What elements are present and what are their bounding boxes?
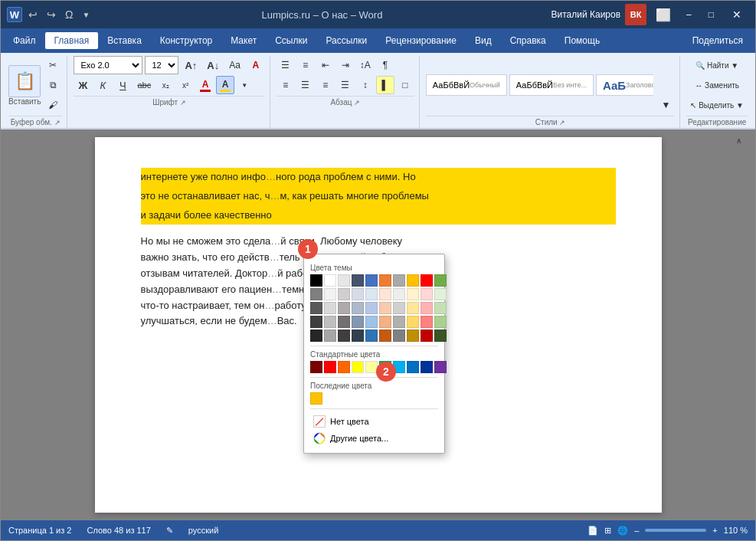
view-layout-icon[interactable]: ⊞	[604, 526, 611, 536]
swatch-white[interactable]	[324, 274, 336, 287]
shade-1-4[interactable]	[352, 288, 364, 300]
menu-layout[interactable]: Макет	[221, 32, 266, 49]
shade-2-8[interactable]	[407, 302, 419, 314]
shade-1-8[interactable]	[407, 288, 419, 300]
decrease-font-button[interactable]: A↓	[203, 56, 223, 74]
more-button[interactable]: ▼	[79, 9, 93, 21]
align-center-button[interactable]: ☰	[296, 76, 315, 94]
std-yellow[interactable]	[352, 361, 364, 373]
shade-2-2[interactable]	[324, 302, 336, 314]
zoom-level[interactable]: 110 %	[724, 526, 748, 535]
swatch-green[interactable]	[434, 274, 447, 287]
style-no-spacing[interactable]: АаБбВвЙБез инте...	[509, 74, 594, 96]
shade-4-5[interactable]	[365, 330, 378, 342]
change-case-button[interactable]: Aa	[225, 56, 244, 74]
shade-2-7[interactable]	[393, 302, 405, 314]
menu-design[interactable]: Конструктор	[151, 32, 221, 49]
shade-3-10[interactable]	[434, 316, 447, 328]
italic-button[interactable]: К	[93, 76, 112, 94]
std-darkred[interactable]	[310, 361, 322, 373]
menu-file[interactable]: Файл	[4, 32, 45, 49]
shade-3-6[interactable]	[379, 316, 391, 328]
underline-button[interactable]: Ч	[113, 76, 132, 94]
shade-1-2[interactable]	[324, 288, 336, 300]
shade-4-2[interactable]	[324, 330, 336, 342]
shade-3-4[interactable]	[352, 316, 364, 328]
indent-decrease-button[interactable]: ⇤	[316, 56, 335, 74]
bold-button[interactable]: Ж	[74, 76, 92, 94]
collapse-ribbon-button[interactable]: ∧	[729, 131, 748, 149]
highlight-color-button[interactable]: A	[216, 76, 234, 94]
view-normal-icon[interactable]: 📄	[587, 526, 598, 536]
shade-1-6[interactable]	[379, 288, 391, 300]
font-size-select[interactable]: 12	[145, 56, 178, 74]
menu-references[interactable]: Ссылки	[266, 32, 316, 49]
shade-3-1[interactable]	[310, 316, 322, 328]
menu-home[interactable]: Главная	[45, 32, 99, 49]
undo-button[interactable]: ↩	[25, 7, 41, 22]
swatch-orange[interactable]	[379, 274, 391, 287]
style-heading1[interactable]: АаБЗаголово...	[596, 74, 654, 96]
font-color-button[interactable]: A	[196, 76, 214, 94]
select-button[interactable]: ↖ Выделить ▼	[686, 96, 748, 114]
maximize-button[interactable]: □	[702, 6, 720, 23]
shade-3-9[interactable]	[421, 316, 433, 328]
minimize-button[interactable]: –	[680, 6, 698, 23]
menu-help2[interactable]: Помощь	[555, 32, 609, 49]
swatch-lightgray[interactable]	[338, 274, 350, 287]
zoom-slider[interactable]	[645, 529, 706, 532]
menu-review[interactable]: Рецензирование	[376, 32, 466, 49]
align-right-button[interactable]: ≡	[316, 76, 335, 94]
strikethrough-button[interactable]: abc	[133, 76, 155, 94]
border-button[interactable]: □	[396, 76, 414, 94]
recent-gold[interactable]	[310, 392, 322, 405]
shade-3-2[interactable]	[324, 316, 336, 328]
shade-2-5[interactable]	[365, 302, 378, 314]
cut-button[interactable]: ✂	[44, 56, 62, 74]
list-unordered-button[interactable]: ☰	[277, 56, 295, 74]
format-painter-button[interactable]: 🖌	[44, 96, 62, 114]
sort-button[interactable]: ↕A	[356, 56, 375, 74]
style-normal[interactable]: АаБбВвЙОбычный	[426, 74, 507, 96]
shade-4-10[interactable]	[434, 330, 447, 342]
shade-4-3[interactable]	[338, 330, 350, 342]
std-purple[interactable]	[434, 361, 447, 373]
shade-4-9[interactable]	[421, 330, 433, 342]
std-blue[interactable]	[407, 361, 419, 373]
document-area[interactable]: интернете уже полно инфо…ного рода пробл…	[1, 130, 755, 520]
shade-2-4[interactable]	[352, 302, 364, 314]
no-color-item[interactable]: Нет цвета	[310, 413, 438, 430]
swatch-gold[interactable]	[407, 274, 419, 287]
align-left-button[interactable]: ≡	[277, 76, 295, 94]
menu-help[interactable]: Справка	[501, 32, 555, 49]
swatch-blue[interactable]	[365, 274, 378, 287]
shade-2-6[interactable]	[379, 302, 391, 314]
menu-view[interactable]: Вид	[466, 32, 501, 49]
shade-2-1[interactable]	[310, 302, 322, 314]
replace-button[interactable]: ↔ Заменить	[686, 76, 748, 94]
redo-button[interactable]: ↪	[44, 7, 59, 22]
view-web-icon[interactable]: 🌐	[617, 526, 628, 536]
shade-4-7[interactable]	[393, 330, 405, 342]
shade-4-4[interactable]	[352, 330, 364, 342]
close-button[interactable]: ✕	[725, 5, 749, 24]
shade-1-7[interactable]	[393, 288, 405, 300]
paste-button[interactable]: 📋	[8, 65, 41, 97]
highlight-dropdown-button[interactable]: ▼	[235, 76, 254, 94]
list-ordered-button[interactable]: ≡	[296, 56, 315, 74]
other-colors-item[interactable]: Другие цвета...	[310, 430, 438, 447]
shade-3-5[interactable]	[365, 316, 378, 328]
shade-2-3[interactable]	[338, 302, 350, 314]
shade-2-9[interactable]	[421, 302, 433, 314]
omega-button[interactable]: Ω	[62, 7, 76, 22]
clear-format-button[interactable]: A	[247, 56, 265, 74]
std-darkblue[interactable]	[421, 361, 433, 373]
shade-1-9[interactable]	[421, 288, 433, 300]
language-label[interactable]: русский	[188, 526, 218, 535]
menu-share[interactable]: Поделиться	[683, 32, 752, 49]
superscript-button[interactable]: x²	[176, 76, 195, 94]
align-justify-button[interactable]: ☰	[336, 76, 355, 94]
indent-increase-button[interactable]: ⇥	[336, 56, 355, 74]
styles-more-button[interactable]: ▼	[656, 96, 675, 114]
shade-4-6[interactable]	[379, 330, 391, 342]
